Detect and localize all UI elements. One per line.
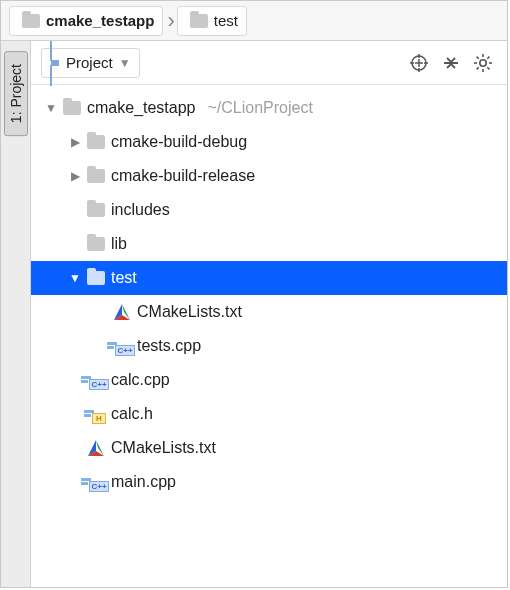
tree-item-cpp[interactable]: C++ main.cpp [31,465,507,499]
tree-label: cmake-build-debug [111,133,247,151]
tree-item-cpp[interactable]: C++ tests.cpp [31,329,507,363]
tree-label: calc.h [111,405,153,423]
tab-label: 1: Project [8,64,24,123]
project-view-icon [50,42,60,84]
cmake-icon [113,303,131,321]
tree-item-header[interactable]: H calc.h [31,397,507,431]
breadcrumb-label: cmake_testapp [46,12,154,29]
tree-label: CMakeLists.txt [111,439,216,457]
tree-item-folder[interactable]: includes [31,193,507,227]
tree-label: main.cpp [111,473,176,491]
folder-icon [190,12,208,30]
tree-label: lib [111,235,127,253]
tree-label: includes [111,201,170,219]
cpp-file-icon: C++ [87,371,105,389]
folder-icon [87,201,105,219]
tree-root[interactable]: ▼ cmake_testapp ~/CLionProject [31,91,507,125]
locate-icon[interactable] [405,49,433,77]
cpp-file-icon: C++ [87,473,105,491]
gear-icon[interactable] [469,49,497,77]
view-title: Project [66,54,113,71]
svg-point-8 [480,59,486,65]
tree-label: CMakeLists.txt [137,303,242,321]
collapse-all-icon[interactable] [437,49,465,77]
cpp-file-icon: C++ [113,337,131,355]
tree-item-folder-test[interactable]: ▼ test [31,261,507,295]
breadcrumb-item-test[interactable]: test [177,6,247,36]
folder-icon [87,235,105,253]
project-tree: ▼ cmake_testapp ~/CLionProject ▶ cmake-b… [31,85,507,505]
tree-path-hint: ~/CLionProject [208,99,313,117]
breadcrumb-item-root[interactable]: cmake_testapp [9,6,163,36]
folder-icon [87,133,105,151]
chevron-down-icon: ▼ [119,56,131,70]
tree-label: tests.cpp [137,337,201,355]
tree-item-cmake[interactable]: CMakeLists.txt [31,295,507,329]
h-file-icon: H [87,405,105,423]
tree-label: cmake_testapp [87,99,196,117]
svg-line-14 [487,67,489,69]
view-selector[interactable]: Project ▼ [41,48,140,78]
tree-label: calc.cpp [111,371,170,389]
chevron-down-icon[interactable]: ▼ [43,101,59,115]
tab-project[interactable]: 1: Project [4,51,28,136]
svg-line-15 [477,67,479,69]
svg-line-16 [487,56,489,58]
folder-icon [87,269,105,287]
tree-item-folder[interactable]: ▶ cmake-build-release [31,159,507,193]
cmake-icon [87,439,105,457]
tree-label: cmake-build-release [111,167,255,185]
chevron-right-icon[interactable]: ▶ [67,169,83,183]
breadcrumb: cmake_testapp › test [1,1,507,41]
tree-item-cmake[interactable]: CMakeLists.txt [31,431,507,465]
tree-label: test [111,269,137,287]
svg-line-13 [477,56,479,58]
tree-item-cpp[interactable]: C++ calc.cpp [31,363,507,397]
chevron-right-icon[interactable]: ▶ [67,135,83,149]
folder-icon [22,12,40,30]
tool-window-tab-bar: 1: Project [1,41,31,587]
tree-item-folder[interactable]: lib [31,227,507,261]
chevron-down-icon[interactable]: ▼ [67,271,83,285]
breadcrumb-label: test [214,12,238,29]
folder-icon [63,99,81,117]
folder-icon [87,167,105,185]
chevron-right-icon: › [165,10,176,32]
panel-header: Project ▼ [31,41,507,85]
tree-item-folder[interactable]: ▶ cmake-build-debug [31,125,507,159]
